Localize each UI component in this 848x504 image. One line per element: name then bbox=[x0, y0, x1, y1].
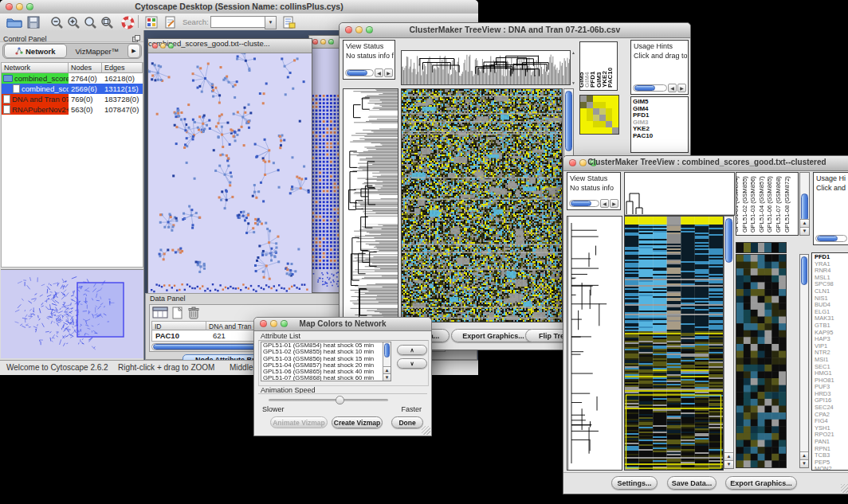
tv2-heatmap[interactable] bbox=[624, 216, 724, 471]
vscroll-thumb[interactable] bbox=[384, 343, 390, 357]
move-up-button[interactable]: ∧ bbox=[397, 345, 427, 355]
search-dropdown-arrow[interactable]: ▼ bbox=[265, 16, 277, 29]
matrix-cell[interactable] bbox=[593, 115, 599, 121]
scroll-up-button[interactable]: ▲ bbox=[571, 50, 578, 55]
scroll-down-button[interactable]: ▼ bbox=[571, 80, 575, 85]
matrix-cell[interactable] bbox=[612, 108, 618, 115]
matrix-cell[interactable] bbox=[593, 108, 599, 115]
resize-grip[interactable] bbox=[841, 484, 848, 493]
annotation-icon[interactable] bbox=[164, 16, 177, 32]
matrix-cell[interactable] bbox=[612, 115, 618, 121]
tv1-status-hscroll[interactable] bbox=[345, 69, 374, 76]
matrix-cell[interactable] bbox=[612, 121, 618, 127]
treeview2-titlebar[interactable]: ClusterMaker TreeView : combined_scores_… bbox=[563, 156, 848, 171]
report-icon[interactable] bbox=[282, 16, 296, 32]
hscroll-thumb[interactable] bbox=[347, 70, 367, 76]
matrix-cell[interactable] bbox=[580, 96, 587, 102]
save-session-icon[interactable] bbox=[27, 16, 40, 32]
tab-overflow-arrow[interactable]: ▶ bbox=[128, 44, 140, 58]
matrix-cell[interactable] bbox=[606, 96, 612, 102]
dialog-titlebar[interactable]: Map Colors to Network bbox=[254, 318, 431, 331]
gim-matrix[interactable] bbox=[580, 96, 618, 134]
tv1-row-label[interactable]: PAC10 bbox=[633, 133, 688, 140]
matrix-cell[interactable] bbox=[587, 108, 593, 115]
new-attribute-icon[interactable] bbox=[172, 307, 183, 322]
scroll-left-button[interactable]: ◀ bbox=[600, 199, 609, 208]
matrix-cell[interactable] bbox=[606, 121, 612, 127]
tv1-heatmap[interactable] bbox=[401, 88, 563, 322]
scroll-up-button[interactable]: ▲ bbox=[724, 452, 733, 460]
attribute-table-icon[interactable] bbox=[152, 307, 168, 322]
tv2-column-dendrogram[interactable] bbox=[624, 172, 735, 216]
col-header-edges[interactable]: Edges bbox=[102, 63, 143, 73]
scroll-up-button[interactable]: ▲ bbox=[800, 219, 809, 227]
settings-button[interactable]: Settings... bbox=[611, 476, 658, 490]
network-row[interactable]: combined_scores_2764(0)16218(0) bbox=[2, 73, 143, 84]
matrix-cell[interactable] bbox=[599, 121, 606, 127]
tv1-hints-hscroll[interactable] bbox=[633, 84, 667, 92]
matrix-cell[interactable] bbox=[580, 115, 587, 121]
resize-grip[interactable] bbox=[422, 426, 430, 435]
matrix-cell[interactable] bbox=[606, 108, 612, 115]
tv2-hints-hscroll[interactable] bbox=[815, 235, 847, 242]
create-vizmap-button[interactable]: Create Vizmap bbox=[332, 416, 383, 428]
treeview1-titlebar[interactable]: ClusterMaker TreeView : DNA and Tran 07-… bbox=[340, 23, 690, 38]
matrix-cell[interactable] bbox=[593, 96, 599, 102]
hscroll-thumb[interactable] bbox=[817, 236, 838, 241]
tv2-column-label[interactable]: GPL51-08 (GSM872) bbox=[784, 176, 791, 232]
matrix-cell[interactable] bbox=[580, 108, 587, 115]
vscroll-thumb[interactable] bbox=[565, 91, 572, 151]
tab-network[interactable]: Network bbox=[4, 44, 67, 58]
tv2-row-dendrogram[interactable] bbox=[567, 216, 622, 471]
vizmapper-icon[interactable] bbox=[145, 16, 158, 32]
network-row[interactable]: RNAPuberNov2+I563(0)107847(0) bbox=[2, 104, 143, 115]
close-button[interactable] bbox=[152, 43, 158, 49]
tv2-column-label[interactable]: GPL51-02 (GSM855) bbox=[742, 176, 748, 232]
tab-vizmapper[interactable]: VizMapper™ bbox=[67, 45, 128, 57]
matrix-cell[interactable] bbox=[612, 102, 618, 108]
matrix-cell[interactable] bbox=[580, 102, 587, 108]
birdseye-view[interactable] bbox=[1, 270, 143, 358]
col-header-network[interactable]: Network bbox=[2, 63, 69, 73]
scroll-up-button[interactable]: ▲ bbox=[383, 366, 391, 373]
tv2-zoom-heatmap[interactable] bbox=[736, 254, 787, 468]
tv2-column-label[interactable]: GPL51-03 (GSM856) bbox=[750, 176, 756, 232]
matrix-cell[interactable] bbox=[599, 96, 606, 102]
tv1-column-label[interactable]: PAC10 bbox=[607, 68, 614, 88]
scroll-down-button[interactable]: ▼ bbox=[383, 373, 391, 381]
matrix-cell[interactable] bbox=[599, 102, 606, 108]
matrix-cell[interactable] bbox=[593, 121, 599, 127]
zoom-button[interactable] bbox=[328, 39, 334, 45]
matrix-cell[interactable] bbox=[599, 127, 606, 134]
hscroll-thumb[interactable] bbox=[571, 201, 591, 206]
close-button[interactable] bbox=[312, 39, 318, 45]
tv1-row-dendrogram[interactable] bbox=[343, 88, 398, 322]
minimize-button[interactable] bbox=[320, 39, 326, 45]
tv2-collabel-vscrollbar[interactable]: ▲▼ bbox=[799, 172, 810, 236]
tv1-column-dendrogram[interactable] bbox=[401, 50, 571, 85]
scroll-left-button[interactable]: ◀ bbox=[375, 68, 383, 77]
matrix-cell[interactable] bbox=[606, 102, 612, 108]
tv2-rowlabel-vscrollbar[interactable]: ▲▼ bbox=[799, 254, 809, 468]
tv2-column-label[interactable]: GPL51-01 (GSM854) bbox=[736, 176, 740, 232]
matrix-cell[interactable] bbox=[580, 121, 587, 127]
tv2-column-label[interactable]: GPL51-07 (GSM868) bbox=[775, 176, 782, 232]
matrix-cell[interactable] bbox=[587, 127, 593, 134]
save-data-button[interactable]: Save Data... bbox=[667, 476, 716, 490]
scroll-down-button[interactable]: ▼ bbox=[800, 227, 809, 235]
matrix-cell[interactable] bbox=[599, 115, 606, 121]
matrix-cell[interactable] bbox=[612, 127, 618, 134]
export-graphics-button[interactable]: Export Graphics... bbox=[725, 476, 797, 490]
done-button[interactable]: Done bbox=[391, 416, 423, 428]
vscroll-thumb[interactable] bbox=[801, 256, 807, 285]
matrix-cell[interactable] bbox=[612, 96, 618, 102]
vscroll-thumb[interactable] bbox=[725, 218, 732, 263]
speed-slider-thumb[interactable] bbox=[336, 396, 344, 404]
tv2-heatmap-vscrollbar[interactable]: ▲▼ bbox=[724, 216, 734, 469]
network-row[interactable]: combined_sco2569(6)13112(15) bbox=[2, 84, 143, 94]
scroll-down-button[interactable]: ▼ bbox=[800, 459, 808, 467]
export-graphics-button[interactable]: Export Graphics... bbox=[451, 329, 536, 342]
scroll-right-button[interactable]: ▶ bbox=[677, 84, 686, 92]
network-window-titlebar[interactable]: combined_scores_good.txt--cluste... bbox=[148, 39, 312, 53]
scroll-down-button[interactable]: ▼ bbox=[724, 460, 733, 468]
